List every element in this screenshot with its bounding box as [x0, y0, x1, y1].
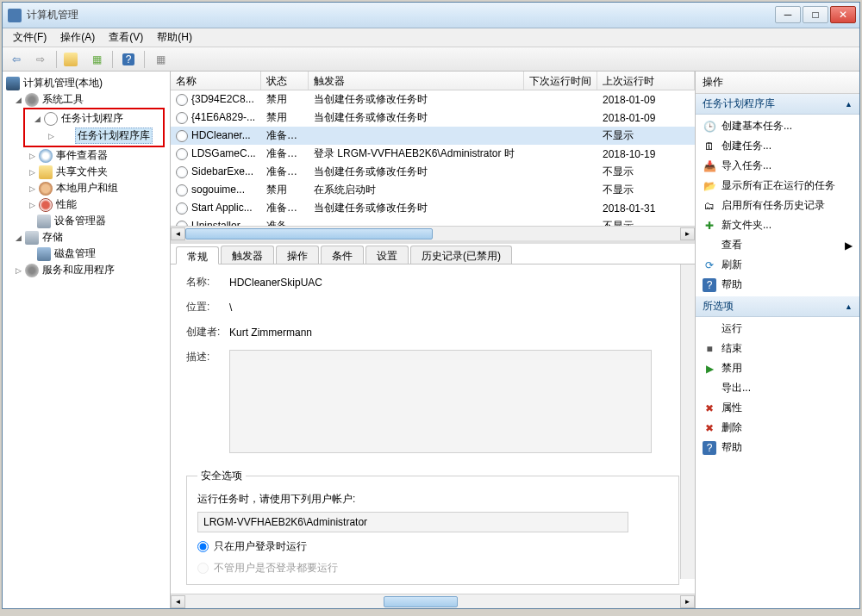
col-status[interactable]: 状态 [261, 72, 309, 90]
col-last-run[interactable]: 上次运行时 [597, 72, 695, 90]
task-row[interactable]: HDCleaner...准备就绪不显示 [171, 127, 695, 145]
tree-sharedfolders[interactable]: ▷ 共享文件夹 [3, 164, 170, 180]
task-row[interactable]: Start Applic...准备就绪当创建任务或修改任务时2018-01-31 [171, 199, 695, 217]
tree-performance[interactable]: ▷ 性能 [3, 196, 170, 213]
scroll-thumb[interactable] [384, 596, 458, 607]
menu-action[interactable]: 操作(A) [53, 28, 102, 47]
expander-icon[interactable]: ▷ [13, 265, 23, 276]
tree-devicemgr[interactable]: 设备管理器 [3, 213, 170, 229]
tree-systools[interactable]: ◢ 系统工具 [3, 91, 170, 108]
action-create-basic[interactable]: 🕒创建基本任务... [696, 116, 859, 136]
action-help[interactable]: ?帮助 [696, 275, 859, 295]
action-properties[interactable]: ✖属性 [696, 398, 859, 418]
up-button[interactable] [62, 49, 83, 70]
col-trigger[interactable]: 触发器 [309, 72, 524, 90]
action-view[interactable]: 查看▶ [696, 235, 859, 255]
detail-hscrollbar[interactable]: ◄ ► [171, 594, 695, 608]
expander-icon[interactable]: ▷ [27, 151, 37, 161]
tree-scheduler-lib[interactable]: ▷ 任务计划程序库 [25, 127, 163, 145]
menu-help[interactable]: 帮助(H) [150, 28, 199, 47]
task-row[interactable]: Uninstaller_...准备就绪不显示 [171, 217, 695, 226]
center-panel: 名称 状态 触发器 下次运行时间 上次运行时 {3D94E2C8...禁用当创建… [171, 72, 696, 608]
help-icon: ? [703, 441, 716, 455]
task-row[interactable]: {41E6A829-...禁用当创建任务或修改任务时2018-01-09 [171, 109, 695, 127]
expander-icon[interactable]: ▷ [27, 200, 37, 210]
clock-icon [176, 202, 188, 215]
action-refresh[interactable]: ⟳刷新 [696, 255, 859, 275]
task-row[interactable]: LDSGameC...准备就绪登录 LRGM-VVFHAEB2K6\Admini… [171, 145, 695, 163]
action-help2[interactable]: ?帮助 [696, 438, 859, 457]
action-enable-history[interactable]: 🗂启用所有任务历史记录 [696, 196, 859, 215]
action-export[interactable]: 导出... [696, 378, 859, 398]
scroll-right-button[interactable]: ► [680, 227, 695, 240]
actions-section1-title[interactable]: 任务计划程序库 ▲ [696, 94, 859, 115]
tab-general[interactable]: 常规 [176, 246, 219, 264]
scroll-right-button[interactable]: ► [680, 595, 695, 608]
help-button[interactable]: ? [118, 49, 139, 70]
collapse-icon[interactable]: ▲ [845, 100, 853, 109]
tab-history[interactable]: 历史记录(已禁用) [410, 246, 512, 264]
tree-scheduler[interactable]: ◢ 任务计划程序 [25, 110, 163, 127]
close-button[interactable]: ✕ [830, 6, 856, 23]
expander-icon[interactable]: ◢ [13, 95, 23, 105]
task-row[interactable]: sogouime...禁用在系统启动时不显示 [171, 181, 695, 199]
description-textarea[interactable] [229, 350, 652, 453]
value-name: HDCleanerSkipUAC [229, 277, 679, 289]
users-icon [39, 182, 53, 196]
tab-settings[interactable]: 设置 [365, 246, 409, 264]
radio-loggedon[interactable] [197, 541, 209, 552]
titlebar[interactable]: 计算机管理 ─ □ ✕ [3, 3, 859, 28]
collapse-icon[interactable]: ▲ [845, 302, 853, 311]
action-create[interactable]: 🗓创建任务... [696, 136, 859, 156]
col-name[interactable]: 名称 [171, 72, 261, 90]
expander-icon[interactable]: ◢ [32, 114, 42, 124]
security-fieldset: 安全选项 运行任务时，请使用下列用户帐户: LRGM-VVFHAEB2K6\Ad… [186, 469, 679, 585]
action-disable[interactable]: ▶禁用 [696, 358, 859, 378]
action-end[interactable]: ■结束 [696, 339, 859, 358]
action-show-running[interactable]: 📂显示所有正在运行的任务 [696, 176, 859, 196]
task-row[interactable]: {3D94E2C8...禁用当创建任务或修改任务时2018-01-09 [171, 90, 695, 109]
actions-section2-title[interactable]: 所选项 ▲ [696, 296, 859, 317]
nav-forward-button[interactable]: ⇨ [30, 49, 51, 70]
properties-button[interactable]: ▦ [86, 49, 107, 70]
eventviewer-icon [39, 149, 53, 163]
action-import[interactable]: 📥导入任务... [696, 156, 859, 176]
expander-icon[interactable]: ▷ [27, 184, 37, 194]
task-list-body[interactable]: {3D94E2C8...禁用当创建任务或修改任务时2018-01-09{41E6… [171, 90, 695, 226]
nav-back-button[interactable]: ⇦ [6, 49, 27, 70]
scroll-thumb[interactable] [185, 228, 433, 240]
scroll-track[interactable] [185, 227, 680, 240]
action-run[interactable]: 运行 [696, 319, 859, 339]
col-next-run[interactable]: 下次运行时间 [524, 72, 597, 90]
expander-icon[interactable]: ▷ [27, 167, 37, 177]
minimize-button[interactable]: ─ [775, 6, 801, 23]
action-new-folder[interactable]: ✚新文件夹... [696, 215, 859, 235]
tree-eventviewer[interactable]: ▷ 事件查看器 [3, 147, 170, 164]
label-author: 创建者: [186, 325, 229, 339]
tab-triggers[interactable]: 触发器 [221, 246, 274, 264]
expander-icon[interactable]: ◢ [13, 233, 23, 243]
tree-diskmgmt[interactable]: 磁盘管理 [3, 246, 170, 262]
tab-conditions[interactable]: 条件 [321, 246, 364, 264]
hscrollbar[interactable]: ◄ ► [171, 226, 695, 240]
expander-icon[interactable]: ▷ [46, 131, 56, 141]
actions-section2: 运行 ■结束 ▶禁用 导出... ✖属性 ✖删除 ?帮助 [696, 317, 859, 459]
app-icon [8, 9, 22, 22]
tree-services[interactable]: ▷ 服务和应用程序 [3, 262, 170, 278]
detail-vscrollbar[interactable] [680, 264, 695, 579]
device-icon [37, 215, 51, 228]
action-delete[interactable]: ✖删除 [696, 418, 859, 438]
tab-actions[interactable]: 操作 [276, 246, 319, 264]
task-row[interactable]: SidebarExe...准备就绪当创建任务或修改任务时不显示 [171, 163, 695, 181]
tree-storage[interactable]: ◢ 存储 [3, 229, 170, 246]
maximize-button[interactable]: □ [803, 6, 828, 23]
tree-panel[interactable]: 计算机管理(本地) ◢ 系统工具 ◢ 任务计划程序 ▷ [3, 72, 171, 608]
scroll-track[interactable] [185, 595, 680, 608]
run-button[interactable]: ▦ [150, 49, 171, 70]
menu-view[interactable]: 查看(V) [102, 28, 150, 47]
tree-root[interactable]: 计算机管理(本地) [3, 75, 170, 91]
menu-file[interactable]: 文件(F) [6, 28, 53, 47]
scroll-left-button[interactable]: ◄ [171, 227, 185, 240]
scroll-left-button[interactable]: ◄ [171, 595, 185, 608]
tree-localusers[interactable]: ▷ 本地用户和组 [3, 180, 170, 196]
